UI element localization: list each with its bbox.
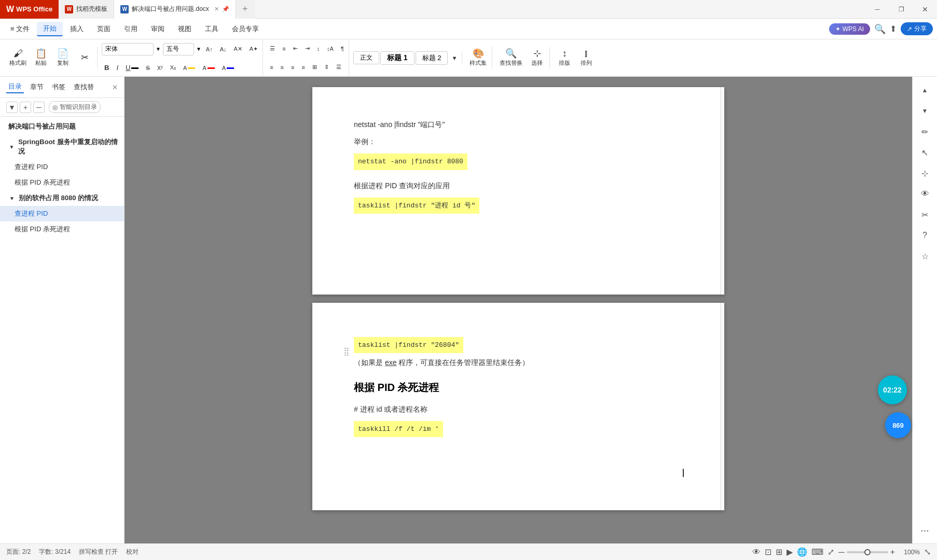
copy-button[interactable]: 📄 复制 [52, 47, 73, 69]
menu-insert[interactable]: 插入 [64, 22, 90, 36]
superscript-button[interactable]: X² [155, 64, 166, 72]
highlight-button[interactable]: A [181, 64, 198, 72]
sidebar-tab-bookmark[interactable]: 书签 [50, 81, 67, 93]
spellcheck-label[interactable]: 拼写检查 打开 [79, 548, 118, 556]
font-grow-button[interactable]: A↑ [203, 45, 215, 53]
upload-icon[interactable]: ⬆ [890, 24, 897, 34]
font-shrink-button[interactable]: A↓ [217, 45, 229, 53]
menu-home[interactable]: 开始 [37, 22, 63, 36]
toc-item-other-2[interactable]: 根据 PID 杀死进程 [0, 221, 124, 237]
columns-button[interactable]: ⫿ 排列 [576, 47, 597, 69]
tab-wps-template[interactable]: W 找稻壳模板 [59, 0, 114, 19]
menu-tools[interactable]: 工具 [199, 22, 225, 36]
right-tool-star[interactable]: ☆ [916, 247, 934, 265]
list-unordered-button[interactable]: ☰ [267, 44, 278, 53]
toc-item-other[interactable]: ▼ 别的软件占用 8080 的情况 [0, 190, 124, 206]
paragraph-spacing-button[interactable]: ⇕ [322, 63, 332, 72]
tab-close-icon[interactable]: ✕ [214, 6, 219, 12]
menu-view[interactable]: 视图 [172, 22, 198, 36]
subscript-button[interactable]: X₂ [168, 63, 178, 72]
right-tool-question[interactable]: ? [916, 226, 934, 245]
right-tool-eye[interactable]: 👁 [916, 185, 934, 203]
format-brush-button[interactable]: 🖌 格式刷 [6, 47, 30, 69]
menu-reference[interactable]: 引用 [118, 22, 144, 36]
font-name-input[interactable] [102, 43, 154, 55]
wps-ai-button[interactable]: ✦ WPS AI [829, 23, 870, 35]
cut-button[interactable]: ✂ [74, 51, 95, 65]
tab-doc-active[interactable]: W 解决端口号被占用问题.docx ✕ 📌 [114, 0, 236, 19]
drag-handle-icon[interactable]: ⣿ [343, 344, 350, 359]
style-h2-button[interactable]: 标题 2 [416, 51, 448, 65]
align-justify-button[interactable]: ≡ [299, 63, 307, 72]
list-ordered-button[interactable]: ≡ [280, 45, 288, 53]
sidebar-close-icon[interactable]: ✕ [112, 83, 118, 91]
menu-vip[interactable]: 会员专享 [226, 22, 265, 36]
zoom-in-button[interactable]: + [890, 548, 895, 557]
bold-button[interactable]: B [102, 63, 112, 73]
zoom-level[interactable]: 100% [899, 549, 920, 556]
sidebar-tab-chapter[interactable]: 章节 [28, 81, 46, 93]
tab-pin-icon[interactable]: 📌 [222, 6, 229, 12]
search-icon[interactable]: 🔍 [874, 23, 886, 35]
close-button[interactable]: ✕ [913, 0, 937, 19]
zoom-slider[interactable] [847, 551, 888, 553]
paste-button[interactable]: 📋 粘贴 [31, 47, 51, 69]
toc-other-toggle[interactable]: ▼ [8, 194, 16, 202]
style-h1-button[interactable]: 标题 1 [380, 51, 415, 65]
font-color-button[interactable]: A [200, 64, 217, 72]
restore-button[interactable]: ❐ [889, 0, 913, 19]
share-button[interactable]: ↗ 分享 [901, 22, 933, 35]
wps-logo[interactable]: W WPS Office [0, 0, 59, 19]
font-effect-button[interactable]: A✦ [247, 45, 260, 53]
font-size-input[interactable] [163, 43, 194, 55]
view-outline-icon[interactable]: ⊞ [776, 547, 782, 557]
zoom-out-button[interactable]: ─ [838, 548, 844, 557]
sort-button[interactable]: ↕A [324, 45, 336, 53]
indent-increase-button[interactable]: ⇥ [302, 44, 312, 53]
align-right-button[interactable]: ≡ [288, 63, 297, 72]
show-format-button[interactable]: ¶ [338, 45, 347, 53]
font-bg-button[interactable]: A [219, 64, 237, 72]
italic-button[interactable]: I [114, 63, 121, 73]
table-button[interactable]: ⊞ [310, 63, 320, 72]
strikethrough-button[interactable]: S [143, 64, 152, 72]
globe-icon[interactable]: 🌐 [797, 547, 807, 557]
toc-spring-toggle[interactable]: ▼ [8, 143, 15, 150]
style-normal-button[interactable]: 正文 [353, 51, 379, 64]
play-icon[interactable]: ▶ [787, 547, 793, 557]
right-tool-scissors[interactable]: ✂ [916, 205, 934, 224]
right-tool-more[interactable]: ··· [916, 521, 934, 539]
select-button[interactable]: ⊹ 选择 [527, 47, 547, 69]
find-replace-button[interactable]: 🔍 查找替换 [497, 47, 526, 69]
proofreading-label[interactable]: 校对 [126, 548, 139, 556]
eye-icon[interactable]: 👁 [752, 548, 761, 557]
indent-decrease-button[interactable]: ⇤ [291, 44, 300, 53]
align-left-button[interactable]: ≡ [267, 63, 275, 72]
menu-review[interactable]: 审阅 [145, 22, 171, 36]
toc-item-spring-1[interactable]: 查进程 PID [0, 159, 124, 175]
sidebar-tab-toc[interactable]: 目录 [6, 81, 24, 93]
keyboard-icon[interactable]: ⌨ [811, 547, 823, 557]
align-center-button[interactable]: ≡ [278, 63, 286, 72]
tab-add-button[interactable]: + [236, 0, 255, 19]
fullscreen-icon[interactable]: ⤢ [828, 547, 834, 557]
points-badge[interactable]: 869 [885, 412, 911, 438]
minimize-button[interactable]: ─ [865, 0, 889, 19]
style-more-button[interactable]: ▼ [449, 54, 460, 62]
style-library-button[interactable]: 🎨 样式集 [466, 47, 490, 69]
toc-item-root[interactable]: 解决端口号被占用问题 [0, 119, 124, 134]
font-size-dropdown-icon[interactable]: ▼ [196, 46, 201, 52]
ai-toc-button[interactable]: ◎ 智能识别目录 [49, 101, 101, 113]
menu-page[interactable]: 页面 [91, 22, 117, 36]
right-tool-scroll-top[interactable]: ▲ [916, 81, 934, 100]
toc-item-spring-2[interactable]: 根据 PID 杀死进程 [0, 175, 124, 190]
view-normal-icon[interactable]: ⊡ [765, 547, 771, 557]
toc-expand-button[interactable]: + [20, 102, 31, 113]
toc-collapse-button[interactable]: ▼ [6, 102, 18, 113]
toc-item-other-1[interactable]: 查进程 PID [0, 206, 124, 221]
font-name-dropdown-icon[interactable]: ▼ [156, 46, 161, 52]
clear-format-button[interactable]: A✕ [231, 45, 245, 53]
right-tool-scroll-bottom[interactable]: ▼ [916, 102, 934, 120]
right-tool-lasso[interactable]: ⊹ [916, 164, 934, 183]
right-tool-cursor[interactable]: ↖ [916, 143, 934, 162]
